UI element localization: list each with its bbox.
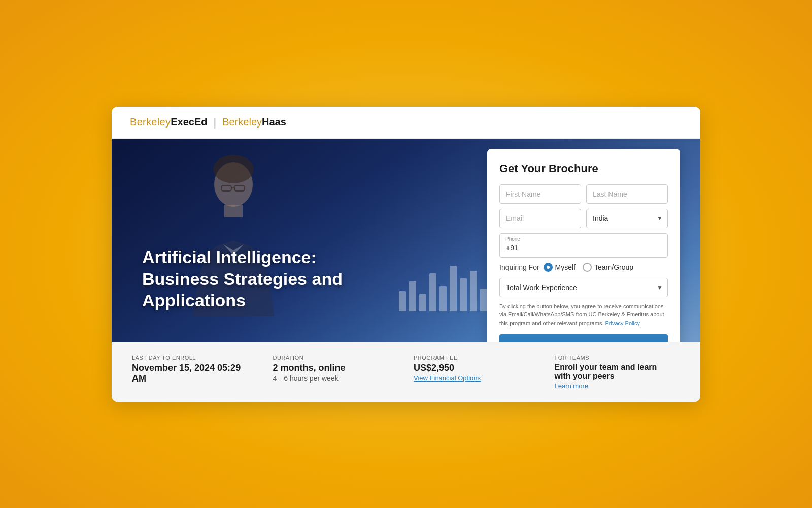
info-fee-label: PROGRAM FEE [414,355,524,361]
name-row [499,184,668,204]
inquiring-label: Inquiring For [499,263,539,271]
first-name-field [499,184,581,204]
email-input[interactable] [499,209,581,228]
info-teams-label: FOR TEAMS [555,355,665,361]
country-select-wrap: India United States United Kingdom Canad… [586,209,668,228]
header: Berkeley ExecEd | Berkeley Haas [112,107,700,139]
inquiring-row: Inquiring For Myself Team/Group [499,263,668,272]
hero-title-block: Artificial Intelligence: Business Strate… [142,246,396,311]
radio-myself-circle [544,263,553,272]
main-card: Berkeley ExecEd | Berkeley Haas [112,107,700,402]
logo-haas: Haas [262,116,286,128]
svg-point-1 [213,155,254,183]
download-brochure-button[interactable]: DOWNLOAD BROCHURE [499,334,668,342]
last-name-input[interactable] [586,184,668,204]
work-exp-select-wrap: Total Work Experience 0-2 years 2-5 year… [499,278,668,297]
email-field [499,209,581,228]
logo-berkeley: Berkeley [130,116,171,128]
info-fee: PROGRAM FEE US$2,950 View Financial Opti… [398,355,539,390]
info-enroll-value: November 15, 2024 05:29 AM [132,363,243,384]
info-duration: DURATION 2 months, online 4—6 hours per … [258,355,399,390]
info-teams: FOR TEAMS Enroll your team and learn wit… [539,355,681,390]
info-teams-value: Enroll your team and learn with your pee… [555,363,665,381]
radio-myself[interactable]: Myself [544,263,576,272]
hero-section: Artificial Intelligence: Business Strate… [112,139,700,342]
logo-divider: | [213,116,216,129]
radio-myself-label: Myself [555,263,576,271]
logo-berkeley2: Berkeley [222,116,262,128]
phone-field: Phone [499,233,668,258]
phone-label: Phone [505,236,520,242]
privacy-policy-link[interactable]: Privacy Policy [605,320,640,326]
radio-team[interactable]: Team/Group [583,263,633,272]
svg-rect-2 [224,205,243,217]
logo: Berkeley ExecEd | Berkeley Haas [130,116,286,129]
hero-heading: Artificial Intelligence: Business Strate… [142,246,396,311]
info-duration-value: 2 months, online [273,363,384,373]
consent-text: By clicking the button below, you agree … [499,302,668,328]
view-financial-options-link[interactable]: View Financial Options [414,374,524,382]
info-fee-value: US$2,950 [414,363,524,373]
work-exp-select[interactable]: Total Work Experience 0-2 years 2-5 year… [499,278,668,297]
last-name-field [586,184,668,204]
info-enroll: LAST DAY TO ENROLL November 15, 2024 05:… [132,355,258,390]
first-name-input[interactable] [499,184,581,204]
brochure-form: Get Your Brochure India United States [487,149,680,342]
work-exp-row: Total Work Experience 0-2 years 2-5 year… [499,278,668,297]
info-duration-sub: 4—6 hours per week [273,374,384,383]
logo-execed: ExecEd [171,116,207,128]
phone-input[interactable] [499,233,668,258]
radio-group: Myself Team/Group [544,263,634,272]
country-select[interactable]: India United States United Kingdom Canad… [586,209,668,228]
info-bar: LAST DAY TO ENROLL November 15, 2024 05:… [112,342,700,402]
form-title: Get Your Brochure [499,162,668,175]
phone-row: Phone [499,233,668,258]
info-enroll-label: LAST DAY TO ENROLL [132,355,243,361]
radio-team-label: Team/Group [594,263,633,271]
radio-team-circle [583,263,592,272]
learn-more-link[interactable]: Learn more [555,382,665,390]
info-duration-label: DURATION [273,355,384,361]
email-country-row: India United States United Kingdom Canad… [499,209,668,228]
